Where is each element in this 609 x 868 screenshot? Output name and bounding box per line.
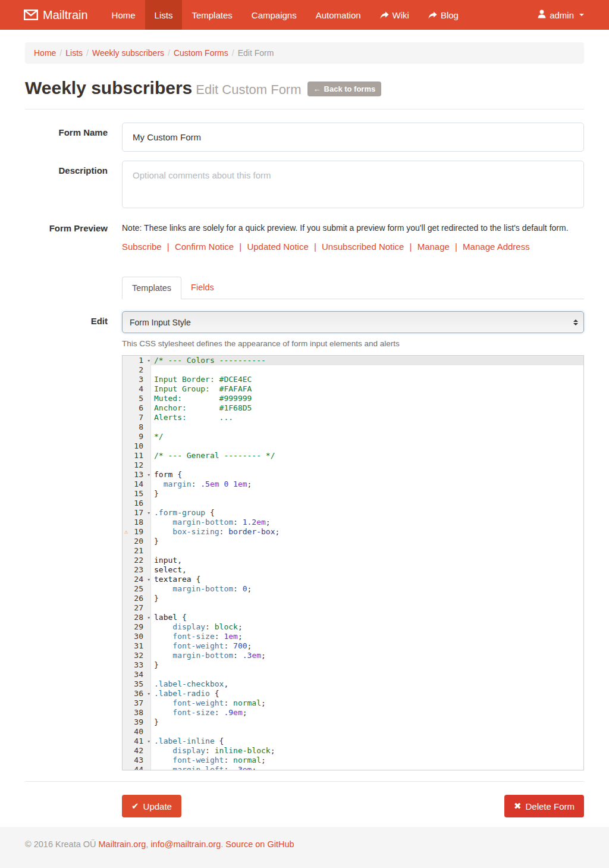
editor-line: 8 [123, 422, 583, 432]
code-line [151, 422, 583, 432]
link-separator: | [234, 242, 247, 252]
code-line: .label-inline { [151, 737, 583, 746]
update-button-label: Update [143, 801, 172, 811]
code-line: .form-group { [151, 508, 583, 518]
editor-line: 19⚠ box-sizing: border-box; [123, 527, 583, 537]
line-number: 16 [123, 499, 151, 508]
line-number: 2 [123, 365, 151, 375]
breadcrumb-separator: / [164, 48, 174, 58]
preview-link-subscribe[interactable]: Subscribe [122, 242, 162, 252]
line-number: 31 [123, 641, 151, 651]
nav-item-blog[interactable]: Blog [419, 0, 468, 30]
breadcrumb-item-custom-forms[interactable]: Custom Forms [174, 48, 228, 58]
nav-item-lists[interactable]: Lists [145, 0, 183, 30]
footer-link-mailtrain-org[interactable]: Mailtrain.org [99, 839, 146, 849]
edit-label: Edit [25, 311, 122, 333]
left-arrow-icon: ← [313, 84, 321, 93]
preview-link-manage[interactable]: Manage [417, 242, 450, 252]
breadcrumb-item-weekly-subscribers[interactable]: Weekly subscribers [92, 48, 164, 58]
fold-arrow-icon[interactable]: ▾ [147, 689, 150, 698]
back-to-forms-button[interactable]: ←Back to forms [307, 82, 382, 96]
breadcrumb-item-lists[interactable]: Lists [65, 48, 83, 58]
line-number: 26 [123, 594, 151, 603]
code-token: ; [261, 651, 266, 660]
nav-item-campaigns[interactable]: Campaigns [242, 0, 306, 30]
fold-arrow-icon[interactable]: ▾ [147, 470, 150, 480]
fold-arrow-icon[interactable]: ▾ [147, 508, 150, 518]
nav-menu: HomeListsTemplatesCampaignsAutomationWik… [102, 0, 468, 30]
code-token: block [215, 622, 238, 631]
delete-form-button[interactable]: ✖ Delete Form [504, 795, 584, 817]
code-line: textarea { [151, 575, 583, 584]
link-separator: | [162, 242, 175, 252]
code-token: inline-block [215, 746, 271, 755]
nav-item-wiki[interactable]: Wiki [371, 0, 419, 30]
preview-link-unsubscribed-notice[interactable]: Unsubscribed Notice [322, 242, 404, 252]
footer-link-info-mailtrain-org[interactable]: info@mailtrain.org [150, 839, 221, 849]
editor-line: 24▾textarea { [123, 575, 583, 584]
user-menu-button[interactable]: admin [528, 0, 609, 30]
code-token: : [233, 584, 243, 593]
code-token: ; [247, 584, 252, 593]
code-token: { [210, 689, 219, 698]
code-token: 1 [233, 480, 238, 488]
code-token: : [205, 746, 215, 755]
fold-arrow-icon[interactable]: ▾ [147, 613, 150, 622]
link-separator: | [450, 242, 463, 252]
code-token: box-sizing [172, 527, 219, 536]
code-line: } [151, 594, 583, 603]
brand-label: Mailtrain [43, 8, 88, 22]
select-arrows-icon [573, 319, 578, 325]
css-code-editor[interactable]: 1▾/* --- Colors ----------23Input Border… [122, 355, 584, 770]
code-token [154, 756, 172, 764]
nav-item-templates[interactable]: Templates [182, 0, 241, 30]
code-token: .form-group [154, 508, 205, 517]
fold-arrow-icon[interactable]: ▾ [147, 356, 150, 365]
code-line: font-size: 1em; [151, 632, 583, 641]
editor-line: 20} [123, 537, 583, 546]
code-token: display [172, 746, 205, 755]
code-line: font-weight: 700; [151, 641, 583, 651]
form-preview-row: Form Preview Note: These links are solel… [25, 219, 584, 252]
fold-arrow-icon[interactable]: ▾ [147, 737, 150, 746]
preview-link-manage-address[interactable]: Manage Address [463, 242, 530, 252]
preview-link-updated-notice[interactable]: Updated Notice [247, 242, 308, 252]
fold-arrow-icon[interactable]: ▾ [147, 575, 150, 584]
line-number: 20 [123, 537, 151, 546]
editor-line: 35.label-checkbox, [123, 679, 583, 689]
nav-item-home[interactable]: Home [102, 0, 145, 30]
breadcrumb-item-home[interactable]: Home [34, 48, 56, 58]
description-textarea[interactable] [122, 161, 584, 208]
line-number: 6 [123, 403, 151, 413]
code-line [151, 441, 583, 451]
code-token: input [154, 556, 177, 565]
actions-row: ✔ Update ✖ Delete Form [122, 795, 584, 817]
code-token [154, 641, 172, 650]
editor-line: 32 margin-bottom: .3em; [123, 651, 583, 660]
template-select[interactable]: Form Input Style [122, 311, 584, 333]
code-line [151, 460, 583, 470]
update-button[interactable]: ✔ Update [122, 795, 181, 817]
preview-links: Subscribe | Confirm Notice | Updated Not… [122, 242, 584, 252]
check-icon: ✔ [131, 801, 139, 811]
footer-link-source-on-github[interactable]: Source on GitHub [225, 839, 294, 849]
back-to-forms-label: Back to forms [324, 84, 376, 93]
code-token [154, 480, 164, 488]
editor-line: 29 display: block; [123, 622, 583, 632]
preview-link-confirm-notice[interactable]: Confirm Notice [175, 242, 234, 252]
divider-bottom [25, 781, 584, 782]
tab-templates[interactable]: Templates [122, 277, 181, 299]
tab-fields[interactable]: Fields [181, 277, 224, 299]
editor-line: 30 font-size: 1em; [123, 632, 583, 641]
line-number: 38 [123, 708, 151, 717]
nav-item-automation[interactable]: Automation [306, 0, 371, 30]
line-number: 44 [123, 765, 151, 770]
code-token: : [219, 527, 229, 536]
line-number: 14 [123, 480, 151, 489]
editor-line: 42 display: inline-block; [123, 746, 583, 756]
brand-link[interactable]: Mailtrain [24, 0, 88, 30]
code-token: em [252, 651, 261, 660]
line-number: 22 [123, 556, 151, 565]
form-name-input[interactable] [122, 123, 584, 152]
code-token: ; [247, 480, 252, 488]
